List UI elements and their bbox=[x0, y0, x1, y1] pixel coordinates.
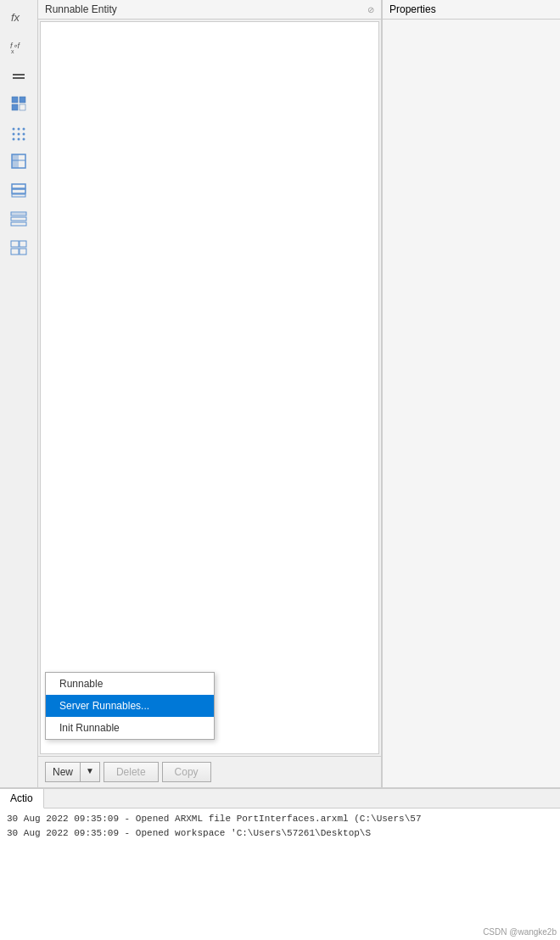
svg-rect-31 bbox=[20, 249, 26, 255]
layers-icon[interactable] bbox=[5, 176, 32, 204]
svg-rect-19 bbox=[12, 154, 19, 168]
svg-rect-29 bbox=[20, 241, 26, 247]
svg-rect-25 bbox=[11, 217, 26, 221]
right-panel: Properties bbox=[382, 0, 560, 787]
svg-text:x: x bbox=[11, 48, 14, 54]
left-toolbar: fx f∘f x bbox=[0, 0, 38, 787]
svg-point-9 bbox=[13, 128, 15, 131]
panel-footer: New ▼ Delete Copy Runnable Server Runnab… bbox=[38, 756, 381, 787]
log-area[interactable]: 30 Aug 2022 09:35:09 - Opened ARXML file… bbox=[0, 809, 560, 940]
svg-text:fx: fx bbox=[11, 11, 20, 24]
table-icon[interactable] bbox=[5, 234, 32, 261]
svg-point-14 bbox=[23, 133, 25, 136]
log-line-1: 30 Aug 2022 09:35:09 - Opened ARXML file… bbox=[7, 812, 553, 826]
center-panel: Runnable Entity ⊘ New ▼ Delete Copy Runn… bbox=[38, 0, 382, 787]
new-button-label[interactable]: New bbox=[46, 763, 81, 781]
function-icon[interactable]: fx bbox=[5, 3, 32, 31]
dots-grid-icon[interactable] bbox=[5, 119, 32, 146]
action-tab-label: Actio bbox=[10, 792, 33, 804]
new-button-arrow[interactable]: ▼ bbox=[81, 763, 99, 781]
svg-point-17 bbox=[23, 138, 25, 141]
shape-icon[interactable] bbox=[5, 148, 32, 175]
new-dropdown-menu: Runnable Server Runnables... Init Runnab… bbox=[45, 672, 215, 740]
minus-icon[interactable] bbox=[5, 61, 32, 88]
svg-point-12 bbox=[13, 133, 15, 136]
watermark: CSDN @wangke2b bbox=[483, 927, 557, 937]
svg-rect-6 bbox=[20, 97, 25, 103]
svg-point-10 bbox=[18, 128, 20, 131]
svg-rect-8 bbox=[20, 104, 25, 110]
svg-rect-28 bbox=[11, 241, 19, 247]
dropdown-item-server-runnables[interactable]: Server Runnables... bbox=[46, 695, 214, 717]
svg-rect-30 bbox=[11, 249, 19, 255]
formula-icon[interactable]: f∘f x bbox=[5, 32, 32, 59]
entity-list[interactable] bbox=[40, 21, 379, 754]
dropdown-item-runnable[interactable]: Runnable bbox=[46, 673, 214, 695]
dropdown-item-init-runnable[interactable]: Init Runnable bbox=[46, 717, 214, 739]
properties-title: Properties bbox=[383, 0, 560, 20]
svg-rect-23 bbox=[12, 194, 25, 197]
log-line-2: 30 Aug 2022 09:35:09 - Opened workspace … bbox=[7, 826, 553, 841]
svg-rect-5 bbox=[12, 97, 18, 103]
grid-small-icon[interactable] bbox=[5, 90, 32, 117]
new-button[interactable]: New ▼ bbox=[45, 762, 100, 782]
action-tab[interactable]: Actio bbox=[0, 789, 44, 809]
svg-point-11 bbox=[23, 128, 25, 131]
entity-panel-title: Runnable Entity bbox=[45, 3, 117, 15]
bottom-tabs: Actio bbox=[0, 789, 560, 809]
svg-point-13 bbox=[18, 133, 20, 136]
list-icon[interactable] bbox=[5, 205, 32, 232]
copy-label: Copy bbox=[175, 766, 199, 778]
copy-button[interactable]: Copy bbox=[162, 762, 211, 782]
svg-rect-7 bbox=[12, 104, 18, 110]
svg-point-16 bbox=[18, 138, 20, 141]
svg-rect-21 bbox=[12, 184, 25, 188]
main-container: fx f∘f x bbox=[0, 0, 560, 787]
entity-panel-header: Runnable Entity ⊘ bbox=[38, 0, 381, 20]
bottom-area: Actio 30 Aug 2022 09:35:09 - Opened ARXM… bbox=[0, 787, 560, 940]
delete-label: Delete bbox=[116, 766, 146, 778]
panel-header-icon: ⊘ bbox=[367, 5, 374, 14]
delete-button[interactable]: Delete bbox=[104, 762, 159, 782]
svg-rect-22 bbox=[12, 189, 25, 193]
svg-rect-26 bbox=[11, 222, 26, 226]
svg-point-15 bbox=[13, 138, 15, 141]
